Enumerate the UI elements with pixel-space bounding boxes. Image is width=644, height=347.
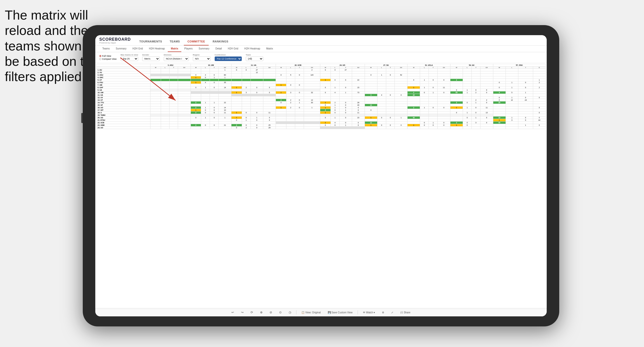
expand-button[interactable]: ⤢ xyxy=(389,310,395,315)
matrix-cell xyxy=(506,124,518,127)
matrix-cell xyxy=(420,104,429,106)
matrix-cell: 1 xyxy=(339,124,352,127)
matrix-cell xyxy=(331,89,339,91)
matrix-cell: 1 xyxy=(219,69,231,71)
sub-nav-detail[interactable]: Detail xyxy=(212,46,225,52)
options-button[interactable]: ⚙ xyxy=(380,310,386,315)
matrix-cell xyxy=(438,101,450,104)
matrix-cell: 0 xyxy=(320,117,331,119)
matrix-cell xyxy=(286,79,295,81)
matrix-cell xyxy=(377,109,386,111)
redo-icon: ↪ xyxy=(241,311,244,314)
matrix-cell: 0 xyxy=(493,86,506,89)
share-button[interactable]: ⟨/⟩ Share xyxy=(398,310,412,315)
matrix-cell xyxy=(420,99,429,101)
matrix-cell xyxy=(377,119,386,122)
matrix-cell xyxy=(408,122,420,124)
matrix-cell xyxy=(161,111,169,114)
matrix-cell: 0 xyxy=(395,124,408,127)
matrix-cell xyxy=(352,94,365,96)
max-teams-select[interactable]: Top 25 Top 50 All xyxy=(121,56,138,61)
refresh-button[interactable]: ⟳ xyxy=(249,310,255,315)
matrix-cell xyxy=(408,89,420,91)
matrix-cell xyxy=(339,127,352,129)
sub-nav-teams[interactable]: Teams xyxy=(99,46,113,52)
matrix-cell: 1 xyxy=(377,74,386,76)
row-label: 8. UAF xyxy=(97,86,150,89)
sub-nav-matrix2[interactable]: Matrix xyxy=(263,46,276,52)
matrix-cell: 1 xyxy=(471,101,480,104)
matrix-cell xyxy=(304,124,320,127)
matrix-cell: 0 xyxy=(331,111,339,114)
matrix-cell: 22 xyxy=(219,101,231,104)
matrix-cell xyxy=(320,114,331,117)
zoom-in-button[interactable]: ⊕ xyxy=(258,310,265,315)
matrix-cell xyxy=(150,111,161,114)
matrix-cell: 0 xyxy=(429,79,438,81)
matrix-cell xyxy=(263,89,276,91)
sub-nav-summary2[interactable]: Summary xyxy=(196,46,212,52)
matrix-cell xyxy=(276,79,286,81)
matrix-cell: 0 xyxy=(339,79,352,81)
nav-teams[interactable]: TEAMS xyxy=(166,38,183,45)
sub-nav-h2h-grid2[interactable]: H2H Grid xyxy=(225,46,241,52)
redo-button[interactable]: ↪ xyxy=(239,310,246,315)
nav-tournaments[interactable]: TOURNAMENTS xyxy=(136,38,166,45)
sub-nav-h2h-heatmap2[interactable]: H2H Heatmap xyxy=(241,46,263,52)
matrix-cell: 12 xyxy=(365,122,377,124)
sub-nav-h2h-grid[interactable]: H2H Grid xyxy=(129,46,146,52)
matrix-cell xyxy=(161,86,169,89)
compact-view-radio[interactable] xyxy=(99,58,101,60)
matrix-cell xyxy=(506,111,518,114)
matrix-cell: 1 xyxy=(450,124,463,127)
matrix-cell xyxy=(533,122,545,124)
full-view-option[interactable]: Full View xyxy=(99,55,117,57)
matrix-cell xyxy=(395,71,408,74)
matrix-cell: 1 xyxy=(429,122,438,124)
zoom-out-button[interactable]: ⊘ xyxy=(268,310,274,315)
matrix-cell xyxy=(429,76,438,79)
matrix-cell xyxy=(231,79,242,81)
gender-select[interactable]: Men's Women's xyxy=(142,56,160,61)
view-original-button[interactable]: 📋 View: Original xyxy=(299,310,323,315)
matrix-cell xyxy=(201,94,210,96)
matrix-cell xyxy=(506,109,518,111)
nav-rankings[interactable]: RANKINGS xyxy=(209,38,232,45)
matrix-cell xyxy=(480,76,493,79)
team-select[interactable]: (All) xyxy=(246,56,263,61)
matrix-cell: 0 xyxy=(480,89,493,91)
region-select[interactable]: N/A Northeast Southeast Midwest West xyxy=(193,56,211,61)
full-view-radio[interactable] xyxy=(99,55,101,57)
matrix-cell xyxy=(286,114,295,117)
sub-nav-h2h-heatmap[interactable]: H2H Heatmap xyxy=(146,46,168,52)
matrix-cell: 3 xyxy=(365,94,377,96)
matrix-cell xyxy=(161,109,169,111)
matrix-cell xyxy=(263,106,276,109)
matrix-cell xyxy=(438,69,450,71)
fit-button[interactable]: ⊙ xyxy=(277,310,284,315)
matrix-content[interactable]: 3. ASU 10. UW 11. UA 22. UCB 24. UO 27. … xyxy=(95,63,547,308)
matrix-cell xyxy=(201,96,210,99)
timer-button[interactable]: ◷ xyxy=(287,310,293,315)
matrix-cell xyxy=(150,89,161,91)
save-custom-view-button[interactable]: 💾 Save Custom View xyxy=(326,310,355,315)
sub-nav-players[interactable]: Players xyxy=(181,46,196,52)
matrix-cell xyxy=(150,86,161,89)
sub-nav: Teams Summary H2H Grid H2H Heatmap Matri… xyxy=(95,46,547,52)
matrix-cell xyxy=(420,109,429,111)
matrix-cell: 0 xyxy=(365,109,377,111)
matrix-cell: 0 xyxy=(395,94,408,96)
sh-l9: L xyxy=(506,67,518,69)
compact-view-option[interactable]: Compact View xyxy=(99,58,117,60)
sub-nav-matrix[interactable]: Matrix xyxy=(168,46,181,52)
nav-committee[interactable]: COMMITTEE xyxy=(184,38,209,45)
watch-button[interactable]: 👁 Watch ▾ xyxy=(361,310,377,315)
division-select[interactable]: NCAA Division I NCAA Division II NCAA Di… xyxy=(164,56,189,61)
matrix-cell xyxy=(493,69,506,71)
matrix-cell: 2 xyxy=(286,99,295,101)
matrix-cell xyxy=(169,117,178,119)
undo-button[interactable]: ↩ xyxy=(229,310,236,315)
matrix-cell xyxy=(231,89,242,91)
sub-nav-summary[interactable]: Summary xyxy=(113,46,129,52)
conference-select[interactable]: Pac-12 Conference (All) ACC Big Ten SEC xyxy=(215,56,242,61)
